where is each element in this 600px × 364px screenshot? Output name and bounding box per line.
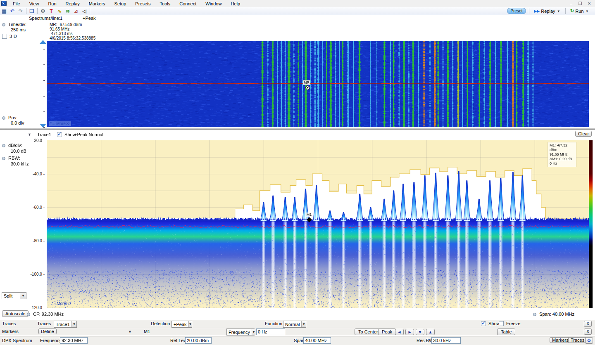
time-div-knob-icon[interactable] — [2, 23, 5, 26]
spectrogram-bitmap[interactable] — [47, 41, 589, 127]
db-div-value[interactable]: 10.0 dB — [11, 149, 26, 154]
threed-checkbox[interactable] — [2, 34, 7, 39]
mr-marker-readout: MR: -67.519 dBm 91.65 MHz -471.313 ms 4/… — [50, 22, 95, 40]
window-layout-icon[interactable]: ❏ — [28, 8, 36, 14]
marker-step-up-button[interactable]: ▲ — [426, 329, 435, 335]
menu-item-replay[interactable]: Replay — [61, 1, 84, 7]
span-value[interactable]: Span: 40.00 MHz — [539, 312, 574, 317]
clear-button[interactable]: Clear — [575, 131, 592, 137]
text-marker-icon[interactable]: T — [48, 8, 55, 14]
frequency-input[interactable] — [60, 337, 88, 344]
cf-knob-icon[interactable] — [27, 313, 30, 316]
peak-button[interactable]: Peak — [378, 329, 396, 335]
spectrogram-plot[interactable]: MR *... More>> — [47, 41, 589, 127]
span-input[interactable] — [303, 337, 331, 344]
to-center-button[interactable]: To Center — [355, 329, 382, 335]
run-button[interactable]: ↻ Run ▾ — [569, 8, 591, 14]
traces-show-checkbox-row[interactable]: Show — [481, 321, 500, 326]
menu-item-help[interactable]: Help — [226, 1, 245, 7]
function-select[interactable]: Normal▼ — [283, 321, 306, 328]
marker-step-down-button[interactable]: ▼ — [416, 329, 424, 335]
table-button[interactable]: Table — [497, 329, 515, 335]
spectrogram-scroll-up-icon[interactable] — [40, 40, 46, 44]
menu-item-file[interactable]: File — [8, 1, 25, 7]
redo-icon[interactable]: ↷ — [17, 8, 24, 14]
spectrogram-scroll-down-icon[interactable] — [40, 124, 46, 128]
menu-items: FileViewRunReplayMarkersSetupPresetsTool… — [8, 1, 245, 6]
amplitude-icon[interactable]: ≋ — [64, 8, 71, 14]
menu-item-run[interactable]: Run — [43, 1, 61, 7]
span-knob-icon[interactable] — [533, 313, 536, 316]
res-bw-input[interactable] — [431, 337, 461, 344]
run-dropdown-caret[interactable]: ▾ — [585, 9, 589, 13]
spectrogram-more-link[interactable]: *... More>> — [49, 121, 71, 126]
undo-icon[interactable]: ↶ — [9, 8, 16, 14]
selected-marker-name[interactable]: M1 — [144, 329, 150, 334]
spectrum-bitmap[interactable] — [47, 140, 589, 308]
freeze-checkbox[interactable] — [499, 321, 504, 326]
mr-marker-label[interactable]: MR — [303, 80, 310, 85]
trace-select[interactable]: Trace1▼ — [54, 321, 77, 328]
settings-gear-icon[interactable]: ⚙ — [39, 8, 47, 14]
markers-expand-chevron-icon[interactable]: ▼ — [128, 330, 132, 334]
menu-item-setup[interactable]: Setup — [110, 1, 131, 7]
spectrogram-detection-value[interactable]: +Peak — [83, 16, 96, 21]
menu-item-presets[interactable]: Presets — [131, 1, 155, 7]
traces-row-close-button[interactable]: X — [584, 321, 592, 327]
replay-button[interactable]: ▶▶ Replay ▾ — [532, 8, 562, 14]
trace-show-checkbox[interactable] — [57, 132, 62, 137]
cf-value[interactable]: CF: 92.30 MHz — [33, 312, 64, 317]
analysis-icon[interactable]: ⊿ — [72, 8, 80, 14]
db-div-knob-icon[interactable] — [2, 144, 5, 147]
preset-button[interactable]: Preset — [507, 8, 526, 14]
threed-checkbox-row[interactable]: 3-D — [2, 34, 17, 39]
time-div-value[interactable]: 250 ms — [11, 27, 26, 32]
ref-level-input[interactable] — [185, 337, 212, 344]
rbw-value[interactable]: 30.0 kHz — [11, 161, 29, 166]
split-select[interactable]: Split▼ — [2, 292, 26, 299]
menu-item-markers[interactable]: Markers — [84, 1, 110, 7]
markers-row-close-button[interactable]: X — [584, 329, 592, 335]
detection-label: Detection — [151, 321, 170, 326]
traces-panel-button[interactable]: Traces — [568, 337, 587, 343]
pane-splitter[interactable] — [0, 128, 595, 130]
define-button[interactable]: Define — [38, 329, 57, 334]
spectrogram-time-ticks — [43, 49, 45, 130]
span-label: Span — [294, 338, 305, 343]
markers-panel-button[interactable]: Markers — [550, 337, 571, 343]
menu-item-tools[interactable]: Tools — [155, 1, 175, 7]
restore-button[interactable]: ❐ — [576, 1, 584, 7]
trace-show-row[interactable]: Show — [57, 132, 76, 137]
marker-value-input[interactable] — [256, 329, 285, 335]
audio-icon[interactable]: ◁ — [81, 8, 88, 14]
spectrum-plot[interactable]: M1 *...More>> — [47, 140, 589, 308]
minimize-button[interactable]: – — [567, 1, 575, 7]
marker-step-right-button[interactable]: ► — [405, 329, 414, 335]
m1-marker-label[interactable]: M1 — [306, 213, 312, 217]
trace-icon[interactable]: ∿ — [56, 8, 63, 14]
trace-collapse-chevron-icon[interactable]: ▼ — [28, 132, 31, 137]
trace-mode-label: +Peak Normal — [74, 132, 103, 137]
replay-dropdown-caret[interactable]: ▾ — [557, 9, 561, 13]
menu-item-connect[interactable]: Connect — [175, 1, 201, 7]
detection-select[interactable]: +Peak▼ — [171, 321, 192, 328]
save-icon[interactable]: ▦ — [0, 8, 8, 14]
toolbar-icons: ▦↶↷❏⚙T∿≋⊿◁ — [0, 8, 91, 14]
y-tick--100.0: -100.0 - — [27, 272, 45, 277]
rbw-knob-icon[interactable] — [2, 157, 5, 160]
trace-name[interactable]: Trace1 — [37, 132, 51, 137]
marker-step-left-button[interactable]: ◄ — [395, 329, 404, 335]
menu-item-view[interactable]: View — [25, 1, 44, 7]
autoscale-button[interactable]: Autoscale — [2, 310, 29, 317]
close-button[interactable]: ✕ — [585, 1, 593, 7]
traces-show-checkbox[interactable] — [481, 321, 486, 326]
spectrum-more-link[interactable]: *...More>> — [51, 301, 72, 306]
pos-knob-icon[interactable] — [2, 116, 5, 120]
freeze-checkbox-row[interactable]: Freeze — [499, 321, 520, 326]
settings-gear-button[interactable]: ⚙ — [585, 337, 593, 344]
marker-readout-select[interactable]: Frequency▼ — [226, 329, 255, 336]
pos-label: Pos: — [8, 115, 17, 120]
pos-value[interactable]: 0.0 div — [11, 121, 24, 125]
spectrums-per-line-value[interactable]: 1 — [60, 16, 62, 21]
menu-item-window[interactable]: Window — [201, 1, 226, 7]
